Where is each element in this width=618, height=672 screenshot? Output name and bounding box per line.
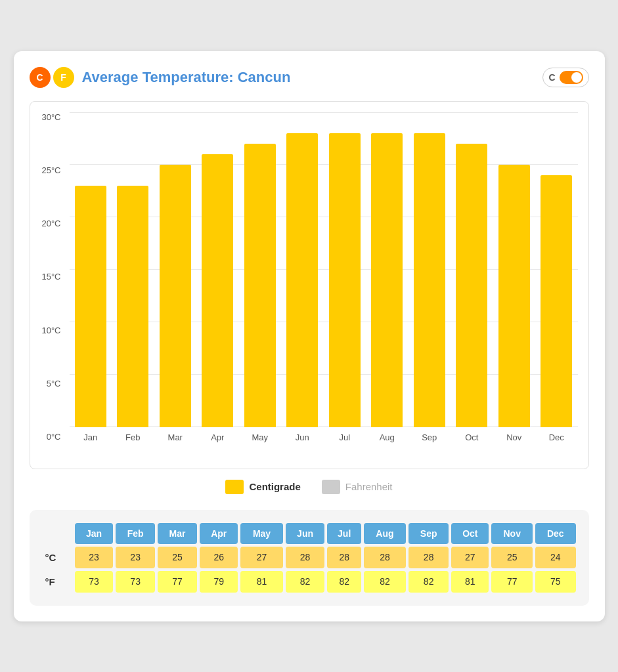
y-axis-label: 20°C (41, 219, 60, 228)
bar-group (408, 112, 451, 427)
legend-fahrenheit: Fahrenheit (322, 480, 393, 494)
col-oct: Oct (451, 523, 489, 544)
table-cell: 79 (200, 571, 238, 593)
col-jan: Jan (75, 523, 113, 544)
bar (456, 144, 487, 427)
table-cell: 82 (408, 571, 449, 593)
x-axis-label: Aug (366, 432, 408, 442)
col-dec: Dec (535, 523, 575, 544)
bar-group (154, 112, 197, 427)
table-cell: 28 (364, 547, 406, 568)
table-cell: 25 (158, 547, 197, 568)
bar (541, 175, 572, 427)
table-cell: 73 (75, 571, 113, 593)
legend-centigrade: Centigrade (225, 480, 300, 494)
data-table: Jan Feb Mar Apr May Jun Jul Aug Sep Oct … (40, 520, 579, 595)
bar-group (239, 112, 282, 427)
col-mar: Mar (158, 523, 197, 544)
x-axis: JanFebMarAprMayJunJulAugSepOctNovDec (70, 432, 578, 442)
y-axis-label: 10°C (41, 326, 60, 335)
bars-container (70, 112, 578, 427)
table-row-celsius: °C232325262728282828272524 (43, 547, 576, 568)
y-axis-label: 5°C (47, 379, 61, 388)
bar-group (196, 112, 239, 427)
col-may: May (240, 523, 282, 544)
x-axis-label: Sep (408, 432, 451, 442)
header: C F Average Temperature: Cancun C (30, 67, 589, 88)
table-cell: 77 (158, 571, 197, 593)
logo-f-icon: F (53, 67, 74, 88)
toggle-label: C (548, 72, 555, 83)
table-cell: 26 (200, 547, 238, 568)
empty-header (43, 523, 72, 544)
col-apr: Apr (200, 523, 238, 544)
table-cell: 23 (75, 547, 113, 568)
logo-c-icon: C (30, 67, 51, 88)
logo-icons: C F (30, 67, 74, 88)
x-axis-label: Feb (112, 432, 154, 442)
x-axis-label: Jul (324, 432, 366, 442)
col-feb: Feb (116, 523, 155, 544)
bar (160, 165, 191, 427)
bar (414, 133, 445, 427)
x-axis-label: Jan (70, 432, 112, 442)
bar-group (112, 112, 154, 427)
table-cell: 28 (327, 547, 361, 568)
table-cell: 73 (116, 571, 155, 593)
header-left: C F Average Temperature: Cancun (30, 67, 291, 88)
bar-group (366, 112, 408, 427)
bar (202, 154, 233, 427)
y-axis: 30°C25°C20°C15°C10°C5°C0°C (30, 112, 66, 442)
fahrenheit-swatch (322, 480, 340, 494)
table-cell: 28 (408, 547, 449, 568)
table-cell: 25 (491, 547, 533, 568)
city-name: Cancun (238, 69, 291, 85)
table-cell: 75 (535, 571, 575, 593)
table-cell: 23 (116, 547, 155, 568)
x-axis-label: Jun (281, 432, 324, 442)
x-axis-label: Nov (493, 432, 536, 442)
unit-toggle[interactable]: C (542, 68, 588, 87)
table-header-row: Jan Feb Mar Apr May Jun Jul Aug Sep Oct … (43, 523, 576, 544)
table-cell: 28 (286, 547, 325, 568)
table-cell: 24 (535, 547, 575, 568)
col-jun: Jun (286, 523, 325, 544)
bar (371, 133, 403, 427)
y-axis-label: 25°C (41, 165, 60, 175)
x-axis-label: Mar (154, 432, 197, 442)
x-axis-label: Apr (196, 432, 239, 442)
col-nov: Nov (491, 523, 533, 544)
bar (286, 133, 318, 427)
x-axis-label: Oct (451, 432, 493, 442)
x-axis-label: May (239, 432, 282, 442)
fahrenheit-label: Fahrenheit (345, 481, 393, 492)
bar (75, 186, 106, 427)
title-text: Average Temperature: (82, 69, 234, 85)
bar-group (535, 112, 578, 427)
bar (498, 165, 530, 427)
y-axis-label: 0°C (47, 432, 61, 442)
table-cell: 82 (364, 571, 406, 593)
main-card: C F Average Temperature: Cancun C 30°C25… (14, 51, 605, 621)
bar-group (451, 112, 493, 427)
bar-group (281, 112, 324, 427)
table-cell: 77 (491, 571, 533, 593)
x-axis-label: Dec (535, 432, 578, 442)
centigrade-swatch (225, 480, 244, 494)
table-cell: 27 (451, 547, 489, 568)
col-aug: Aug (364, 523, 406, 544)
chart-container: 30°C25°C20°C15°C10°C5°C0°C JanFebMarAprM… (30, 101, 589, 469)
page-title: Average Temperature: Cancun (82, 69, 291, 86)
bar-group (324, 112, 366, 427)
toggle-switch[interactable] (560, 71, 583, 84)
col-jul: Jul (327, 523, 361, 544)
table-cell: 82 (327, 571, 361, 593)
bar-group (493, 112, 536, 427)
table-cell: 81 (451, 571, 489, 593)
bar (329, 133, 361, 427)
table-cell: 82 (286, 571, 325, 593)
legend: Centigrade Fahrenheit (30, 480, 589, 494)
bar (244, 144, 276, 427)
centigrade-label: Centigrade (249, 481, 300, 492)
table-cell: 27 (240, 547, 282, 568)
